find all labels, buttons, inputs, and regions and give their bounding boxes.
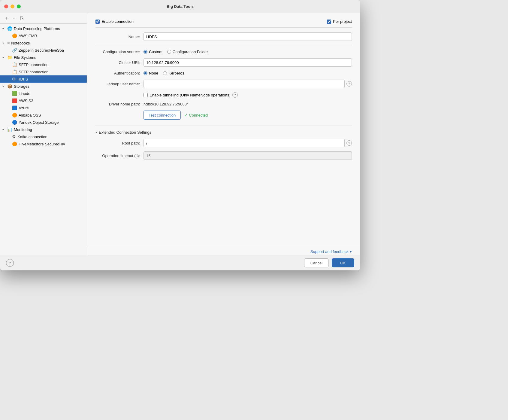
tree-item-icon: 📋: [12, 62, 17, 67]
tree-item-label: Linode: [19, 91, 30, 96]
tree-item-aws-emr[interactable]: 🟠AWS EMR: [0, 32, 87, 39]
ok-button[interactable]: OK: [332, 258, 354, 267]
tree-item-hivemeta[interactable]: 🟠HiveMetastore SecuredHiv: [0, 140, 87, 148]
driver-home-value: hdfs://10.128.92.76:9000/: [144, 102, 188, 106]
enable-connection-checkbox[interactable]: [95, 20, 100, 24]
config-source-label: Configuration source:: [95, 50, 144, 54]
custom-radio[interactable]: [144, 50, 147, 54]
right-panel: Enable connection Per project Name: Conf…: [87, 13, 360, 255]
enable-tunneling-row: Enable tunneling (Only NameNode operatio…: [95, 92, 352, 98]
test-connection-row: Test connection ✓ Connected: [95, 111, 352, 120]
config-folder-radio[interactable]: [167, 50, 171, 54]
custom-radio-label[interactable]: Custom: [144, 50, 162, 54]
window-title: Big Data Tools: [167, 4, 194, 9]
add-button[interactable]: +: [3, 15, 10, 22]
name-label: Name:: [95, 35, 144, 39]
tree-item-sftp-1[interactable]: 📋SFTP connection: [0, 61, 87, 68]
tree-item-icon: 🔵: [12, 120, 17, 125]
copy-button[interactable]: ⎘: [19, 15, 25, 22]
none-radio[interactable]: [144, 71, 147, 75]
help-button[interactable]: ?: [6, 259, 14, 267]
tree-item-label: SFTP connection: [19, 70, 48, 74]
root-path-input[interactable]: [144, 139, 345, 147]
enable-tunneling-checkbox[interactable]: [144, 93, 148, 97]
tree-item-storages[interactable]: ▾📦Storages: [0, 83, 87, 90]
config-area: Enable connection Per project Name: Conf…: [87, 13, 360, 247]
kerberos-radio[interactable]: [163, 71, 167, 75]
close-button[interactable]: [4, 5, 8, 8]
tree-item-yandex[interactable]: 🔵Yandex Object Storage: [0, 119, 87, 126]
maximize-button[interactable]: [17, 5, 21, 8]
chevron-down-icon: ▾: [350, 249, 352, 254]
hadoop-user-input[interactable]: [144, 80, 345, 88]
extended-settings-header[interactable]: ▾ Extended Connection Settings: [95, 130, 352, 135]
tree-item-icon: 🟩: [12, 91, 17, 96]
tree-item-sftp-2[interactable]: 📋SFTP connection: [0, 68, 87, 75]
tree-arrow-icon: ▾: [2, 56, 7, 59]
kerberos-radio-label[interactable]: Kerberos: [163, 71, 184, 75]
tree-item-icon: 🟠: [12, 33, 17, 38]
tree-item-icon: 📦: [7, 84, 12, 89]
root-path-help-icon[interactable]: ?: [346, 140, 352, 146]
enable-tunneling-label[interactable]: Enable tunneling (Only NameNode operatio…: [144, 93, 231, 97]
tree-item-kafka[interactable]: ⚙Kafka connection: [0, 133, 87, 140]
none-radio-label[interactable]: None: [144, 71, 158, 75]
top-options-row: Enable connection Per project: [95, 19, 352, 28]
tree-arrow-icon: ▾: [2, 128, 7, 131]
config-source-radio-group: Custom Configuration Folder: [144, 50, 208, 54]
tree-item-label: Monitoring: [14, 127, 32, 132]
name-row: Name:: [95, 32, 352, 45]
tree-item-alibaba[interactable]: 🟠Alibaba OSS: [0, 111, 87, 119]
tree-item-zeppelin[interactable]: 🔗Zeppelin SecuredHiveSpa: [0, 47, 87, 54]
per-project-label[interactable]: Per project: [327, 19, 352, 24]
auth-label: Authentication:: [95, 71, 144, 75]
cancel-button[interactable]: Cancel: [304, 258, 329, 267]
driver-home-label: Driver home path:: [95, 102, 144, 106]
tree-item-monitoring[interactable]: ▾📊Monitoring: [0, 126, 87, 133]
tree: ▾🌐Data Processing Platforms🟠AWS EMR▾≡Not…: [0, 24, 87, 255]
tree-item-file-systems[interactable]: ▾📁File Systems: [0, 54, 87, 61]
test-connection-button[interactable]: Test connection: [144, 111, 181, 120]
tree-item-linode[interactable]: 🟩Linode: [0, 90, 87, 97]
operation-timeout-label: Operation timeout (s):: [95, 154, 144, 158]
tree-item-hdfs[interactable]: ⚙HDFS: [0, 75, 87, 83]
extended-arrow-icon: ▾: [95, 131, 97, 134]
hadoop-user-help-icon[interactable]: ?: [346, 81, 352, 87]
tree-item-icon: 📁: [7, 55, 12, 60]
support-feedback-link[interactable]: Support and feedback ▾: [310, 249, 352, 254]
title-bar: Big Data Tools: [0, 0, 360, 13]
tree-item-icon: 🟠: [12, 142, 17, 146]
tree-item-label: SFTP connection: [19, 62, 48, 67]
config-source-row: Configuration source: Custom Configurati…: [95, 50, 352, 54]
traffic-lights[interactable]: [4, 5, 21, 8]
tree-item-icon: 📊: [7, 127, 12, 132]
tree-item-label: AWS S3: [19, 99, 33, 103]
root-path-row: Root path: ?: [95, 139, 352, 147]
root-path-label: Root path:: [95, 141, 144, 145]
name-input[interactable]: [144, 32, 352, 41]
tree-item-label: Alibaba OSS: [19, 113, 41, 117]
checkmark-icon: ✓: [184, 113, 188, 117]
tree-item-icon: 📋: [12, 69, 17, 74]
enable-connection-label[interactable]: Enable connection: [95, 19, 134, 24]
tree-item-azure[interactable]: 🟦Azure: [0, 104, 87, 111]
tree-item-icon: 🟠: [12, 113, 17, 117]
per-project-checkbox[interactable]: [327, 20, 331, 24]
toolbar: + − ⎘: [0, 13, 87, 24]
config-folder-radio-label[interactable]: Configuration Folder: [167, 50, 208, 54]
tree-item-icon: 🟦: [12, 105, 17, 110]
cluster-uri-input[interactable]: [144, 58, 352, 67]
tree-item-icon: 🔗: [12, 48, 17, 53]
tree-item-label: Kafka connection: [17, 135, 47, 139]
minimize-button[interactable]: [11, 5, 14, 8]
support-row: Support and feedback ▾: [87, 247, 360, 255]
remove-button[interactable]: −: [11, 15, 17, 22]
tunneling-help-icon[interactable]: ?: [232, 92, 238, 98]
operation-timeout-input[interactable]: [144, 151, 352, 160]
tree-item-data-processing[interactable]: ▾🌐Data Processing Platforms: [0, 25, 87, 32]
tree-item-icon: ≡: [7, 41, 10, 45]
hadoop-user-label: Hadoop user name:: [95, 82, 144, 86]
tree-item-aws-s3[interactable]: 🟥AWS S3: [0, 97, 87, 104]
cluster-uri-label: Cluster URI:: [95, 60, 144, 65]
tree-item-notebooks[interactable]: ▾≡Notebooks: [0, 39, 87, 47]
